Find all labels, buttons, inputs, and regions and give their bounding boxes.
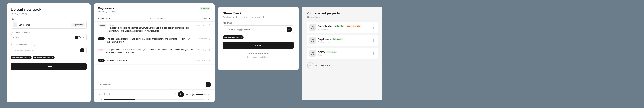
fullscreen-button[interactable]: ⤢ [208,93,211,96]
comment-text-4: Nice work on the outro! [107,59,194,62]
create-button[interactable]: Create [11,63,86,70]
music-file-icon: ♪ [12,22,17,27]
share-panel: Share Track Send out emails or just send… [218,7,298,70]
remove-tag-1[interactable]: × [29,56,30,58]
share-track-button[interactable]: ⇧ [108,93,110,96]
project-item-3: 🎵 BBB's in 4 weeks 4 seconds ago ⋮ [306,48,378,59]
add-comment-row: + [94,80,215,89]
email-tag-1: chovo@music.com × [11,56,32,59]
share-subtitle: Send out emails or just send them your l… [223,16,294,18]
comment-more-3[interactable]: ⋮ [208,48,211,51]
comments-list: General Admin Hey! Here's the track as i… [94,22,215,80]
comment-text-1: Hey! Here's the track as it stands now. … [108,26,194,32]
email-input-row[interactable]: youremail@gmail.com + [11,47,86,54]
play-pause-button[interactable]: ⏸ [178,91,184,97]
track-header: Daydreams in 2 weeks Shared by DJ Chovo [94,3,215,16]
invite-button[interactable]: Invite [223,41,294,49]
time-current: 01:19 [98,99,103,101]
comment-more-1[interactable]: ⋮ [208,24,211,27]
password-section: Use Password (optional) •••• 👁 [11,31,86,41]
add-share-email-button[interactable]: + [286,27,292,32]
posted-sort-button[interactable]: Posted ▼ [202,17,211,20]
upload-panel: Upload new track Sharing is caring Title… [7,3,90,102]
edit-icon-btn[interactable]: ✎ [98,93,101,96]
comment-time-2: 1 minute ago [197,38,207,40]
comment-timestamp-tag-4: 02:10 [98,59,105,62]
comment-timestamp-tag-2: 00:31 [98,37,105,40]
skip-forward-button[interactable]: ⏭ [186,93,189,96]
project-name-2: Daydreams [318,38,331,40]
copy-hint[interactable]: Click to copy to clipboard [223,56,294,58]
comment-badge-live: Live [98,49,104,51]
comment-text-2: The track has a great hook, and it defin… [107,37,196,43]
comment-item-1: General Admin Hey! Here's the track as i… [94,22,215,35]
add-email-label: Add email [223,22,294,24]
title-label: Title [11,18,86,20]
upload-title: Upload new track [11,7,86,12]
download-button[interactable]: ⬇ [103,93,106,96]
comment-time-4: 6 minutes ago [196,60,207,61]
comment-item-2: 00:31 The track has a great hook, and it… [94,35,215,46]
email-tag-2: biemon@music.com × [32,56,54,59]
progress-row: 01:19 02:21 [98,99,211,101]
project-name-3: BBB's [318,51,325,54]
track-panel: Daydreams in 2 weeks Shared by DJ Chovo … [94,3,215,102]
remove-share-tag-1[interactable]: × [241,36,242,38]
password-label: Use Password (optional) [11,31,86,33]
timestamp-sort-button[interactable]: Timestamp ▼ [98,17,110,20]
project-badge-3: in 4 weeks [326,51,337,53]
mark-comments-button[interactable]: Mark comments [150,17,163,20]
project-thumb-3: 🎵 [309,50,316,57]
project-item-1: 🎵 Baby Riddim in 4 weeks open comments 2… [306,22,378,33]
track-title-value: Daydreams [18,24,30,26]
comment-time-1: 8 minutes ago [196,24,207,26]
remove-tag-2[interactable]: × [52,56,53,58]
password-toggle[interactable] [75,36,81,39]
share-email-tags: chovo@music.com × [223,35,294,39]
comment-item-4: 02:10 Nice work on the outro! 6 minutes … [94,57,215,65]
email-reminder-section: Send out reminders (optional) youremail@… [11,44,86,59]
project-open-comments-1: open comments [346,25,361,27]
replace-file-button[interactable]: Replace file [71,23,85,27]
title-field: ♪ Daydreams Replace file [11,21,86,29]
comment-more-4[interactable]: ⋮ [208,59,211,62]
password-value: •••• [13,36,19,39]
email-placeholder-text: youremail@gmail.com [13,49,34,52]
loop-button[interactable]: ↺ [173,93,176,96]
project-thumb-2: 🎵 [309,37,316,44]
share-email-tag-1: chovo@music.com × [223,35,244,39]
project-more-2[interactable]: ⋮ [372,38,375,42]
add-email-button[interactable]: + [80,48,84,52]
comment-time-3: 7 minutes ago [196,49,207,51]
comment-text-3: Loving the overall vibe! The drop hits r… [106,48,194,54]
submit-comment-button[interactable]: + [206,82,211,87]
upload-subtitle: Sharing is caring [11,12,86,14]
share-email-input[interactable] [229,28,285,31]
password-field: •••• 👁 [11,34,86,41]
volume-slider[interactable]: 🔊 [191,93,206,96]
project-badge-2: in 4 weeks [332,38,343,40]
share-email-input-row: ✉ + [223,25,294,33]
comment-more-2[interactable]: ⋮ [208,37,211,40]
upload-header: Upload new track Sharing is caring [11,7,86,14]
track-controls-bar: Timestamp ▼ Mark comments Posted ▼ [94,16,215,22]
title-section: Title ♪ Daydreams Replace file [11,18,86,29]
add-comment-input[interactable] [98,82,204,87]
add-new-track-row[interactable]: + Add new track [306,61,378,70]
or-divider: Or just share the link [223,52,294,55]
project-name-1: Baby Riddim [318,25,332,27]
project-more-1[interactable]: ⋮ [372,25,375,29]
projects-subtitle: 3 tracks shared [306,16,378,18]
track-name: Daydreams [98,7,114,10]
project-more-3[interactable]: ⋮ [372,52,375,55]
project-item-2: 🎵 Daydreams in 4 weeks 2 minutes ago ⋮ [306,35,378,46]
progress-bar[interactable] [104,99,204,100]
email-tags: chovo@music.com × biemon@music.com × [11,56,86,59]
project-thumb-1: 🎵 [309,24,316,31]
show-password-button[interactable]: 👁 [82,36,84,39]
share-title: Share Track [223,11,294,15]
project-time-2: 2 minutes ago [318,41,370,43]
time-total: 02:21 [206,99,211,101]
envelope-icon: ✉ [225,28,227,31]
project-badge-1: in 4 weeks [334,25,344,27]
